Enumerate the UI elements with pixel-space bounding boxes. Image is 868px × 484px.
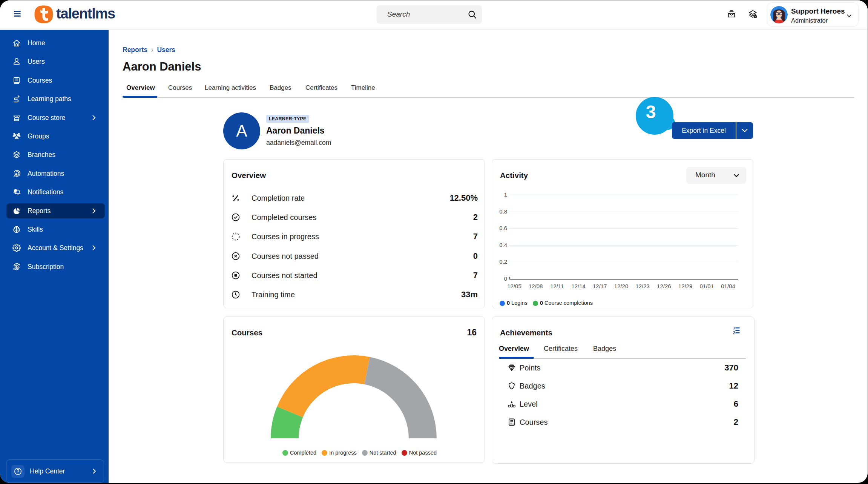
svg-text:2: 2	[733, 331, 735, 334]
svg-text:1: 1	[733, 327, 735, 330]
svg-text:$: $	[15, 264, 18, 269]
svg-text:3: 3	[646, 102, 656, 122]
